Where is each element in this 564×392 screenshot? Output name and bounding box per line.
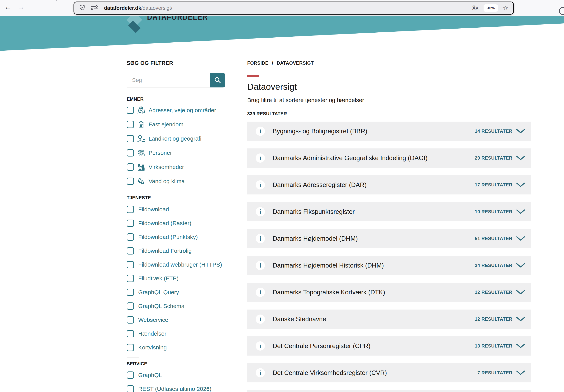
filter-item[interactable]: Adresser, veje og områder [127, 103, 225, 117]
address-bar[interactable]: datafordeler.dk/dataoversigt/ X̄A 90% ☆ [73, 1, 514, 14]
checkbox[interactable] [127, 121, 134, 128]
filter-item[interactable]: Fildownload Fortrolig [127, 244, 225, 258]
table-row[interactable]: iDanmarks Fikspunktsregister10 RESULTATE… [247, 202, 531, 221]
filter-item[interactable]: Landkort og geografi [127, 132, 225, 146]
filter-item-label[interactable]: Personer [149, 149, 172, 156]
checkbox[interactable] [127, 261, 134, 268]
filter-item-label[interactable]: Fildownload (Raster) [138, 220, 191, 227]
filter-item-label[interactable]: Fildownload (Punktsky) [138, 234, 198, 240]
filter-item[interactable]: GraphQL Schema [127, 299, 225, 313]
checkbox[interactable] [127, 344, 134, 351]
filter-item-label[interactable]: Kortvisning [138, 344, 167, 351]
table-row[interactable]: iDanmarks Topografiske Kortværk (DTK)12 … [247, 283, 531, 302]
filter-item-label[interactable]: Fildownload Fortrolig [138, 248, 192, 254]
checkbox[interactable] [127, 289, 134, 296]
filter-item[interactable]: Webservice [127, 313, 225, 327]
filter-item-label[interactable]: Fast ejendom [149, 121, 183, 128]
filter-item-label[interactable]: Adresser, veje og områder [149, 107, 216, 114]
filter-item[interactable]: GraphQL Query [127, 285, 225, 299]
filter-item-label[interactable]: Vand og klima [149, 178, 185, 185]
checkbox[interactable] [127, 330, 134, 337]
filter-item[interactable]: Fast ejendom [127, 117, 225, 132]
filter-item-label[interactable]: REST (Udfases ultimo 2026) [138, 386, 211, 392]
info-icon[interactable]: i [256, 153, 265, 163]
filter-item-label[interactable]: Virksomheder [149, 164, 184, 170]
search-button[interactable] [210, 73, 225, 87]
breadcrumb-item-dataoversigt[interactable]: DATAOVERSIGT [277, 60, 314, 66]
filter-item[interactable]: Filudtræk (FTP) [127, 271, 225, 285]
table-row[interactable]: iDet Centrale Personregister (CPR)13 RES… [247, 336, 531, 356]
chevron-down-icon[interactable] [516, 236, 525, 241]
info-icon[interactable]: i [256, 314, 265, 324]
search-input[interactable] [127, 73, 210, 87]
table-row-partial[interactable] [247, 390, 531, 392]
table-row[interactable]: iDanmarks Administrative Geografiske Ind… [247, 149, 531, 168]
table-row[interactable]: iDanmarks Adresseregister (DAR)17 RESULT… [247, 175, 531, 194]
table-row[interactable]: iDanmarks Højdemodel Historisk (DHM)24 R… [247, 256, 531, 275]
back-button[interactable]: ← [4, 3, 12, 11]
permissions-icon[interactable] [91, 5, 98, 11]
chevron-down-icon[interactable] [516, 263, 525, 268]
checkbox[interactable] [127, 135, 134, 142]
filter-item[interactable]: Fildownload (Punktsky) [127, 230, 225, 244]
filter-item-label[interactable]: Hændelser [138, 330, 167, 337]
chevron-down-icon[interactable] [516, 370, 525, 375]
checkbox[interactable] [127, 206, 134, 213]
checkbox[interactable] [127, 371, 134, 379]
info-icon[interactable]: i [256, 127, 265, 136]
breadcrumb-item-forside[interactable]: FORSIDE [247, 60, 268, 66]
chevron-down-icon[interactable] [516, 344, 525, 348]
filter-item[interactable]: GraphQL [127, 368, 225, 382]
chevron-down-icon[interactable] [516, 290, 525, 295]
filter-item-label[interactable]: Webservice [138, 317, 168, 323]
chevron-down-icon[interactable] [516, 156, 525, 160]
filter-item[interactable]: Fildownload [127, 203, 225, 216]
filter-item-label[interactable]: Fildownload [138, 206, 169, 213]
info-icon[interactable]: i [256, 207, 265, 216]
checkbox[interactable] [127, 316, 134, 324]
chevron-down-icon[interactable] [516, 129, 525, 134]
table-row[interactable]: iBygnings- og Boligregistret (BBR)14 RES… [247, 122, 531, 141]
checkbox[interactable] [127, 107, 134, 114]
table-row[interactable]: iDet Centrale Virksomhedsregister (CVR)7… [247, 363, 531, 382]
filter-item[interactable]: Hændelser [127, 327, 225, 341]
checkbox[interactable] [127, 163, 134, 171]
chevron-down-icon[interactable] [516, 209, 525, 214]
filter-item[interactable]: Fildownload (Raster) [127, 216, 225, 230]
shield-icon[interactable] [79, 4, 86, 12]
info-icon[interactable]: i [256, 234, 265, 243]
info-icon[interactable]: i [256, 261, 265, 270]
filter-item-label[interactable]: Fildownload webbruger (HTTPS) [138, 261, 222, 268]
checkbox[interactable] [127, 177, 134, 185]
checkbox[interactable] [127, 233, 134, 241]
table-row[interactable]: iDanmarks Højdemodel (DHM)51 RESULTATER [247, 229, 531, 248]
zoom-level-badge[interactable]: 90% [484, 4, 498, 12]
info-icon[interactable]: i [256, 368, 265, 378]
info-icon[interactable]: i [256, 341, 265, 351]
checkbox[interactable] [127, 247, 134, 255]
url-text[interactable]: datafordeler.dk/dataoversigt/ [104, 5, 172, 11]
filter-item[interactable]: Personer [127, 146, 225, 160]
table-row[interactable]: iDanske Stednavne12 RESULTATER [247, 310, 531, 329]
bookmark-star-icon[interactable]: ☆ [503, 5, 508, 11]
filter-item[interactable]: Virksomheder [127, 160, 225, 174]
filter-item[interactable]: Kortvisning [127, 341, 225, 354]
checkbox[interactable] [127, 275, 134, 282]
filter-item-label[interactable]: GraphQL [138, 372, 162, 378]
chevron-down-icon[interactable] [516, 183, 525, 187]
forward-button[interactable]: → [17, 3, 25, 11]
filter-item-label[interactable]: Landkort og geografi [149, 135, 201, 142]
filter-item-label[interactable]: Filudtræk (FTP) [138, 275, 179, 282]
checkbox[interactable] [127, 385, 134, 392]
checkbox[interactable] [127, 302, 134, 310]
filter-item-label[interactable]: GraphQL Schema [138, 303, 184, 309]
info-icon[interactable]: i [256, 288, 265, 297]
filter-item[interactable]: Fildownload webbruger (HTTPS) [127, 258, 225, 271]
info-icon[interactable]: i [256, 180, 265, 189]
filter-item-label[interactable]: GraphQL Query [138, 289, 179, 296]
chevron-down-icon[interactable] [516, 317, 525, 321]
filter-item[interactable]: REST (Udfases ultimo 2026) [127, 382, 225, 392]
translate-icon[interactable]: X̄A [472, 5, 479, 11]
filter-item[interactable]: Vand og klima [127, 174, 225, 188]
checkbox[interactable] [127, 220, 134, 227]
